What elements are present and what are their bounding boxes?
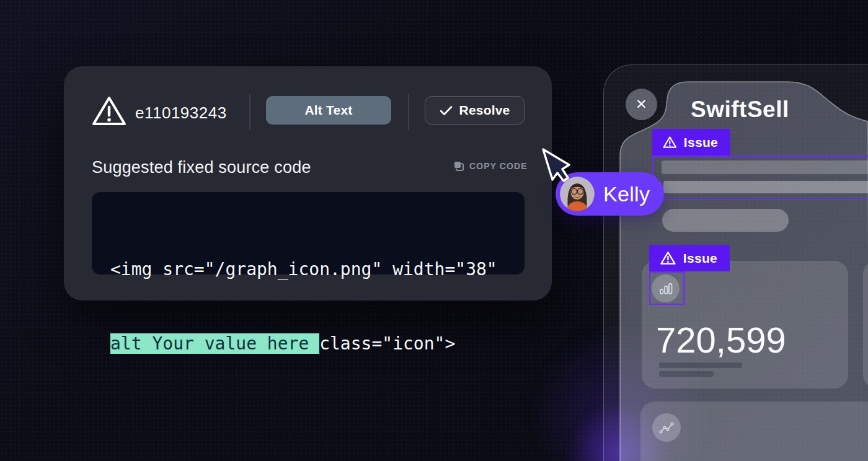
issue-badge[interactable]: Issue — [652, 129, 730, 156]
code-highlight: alt Your value here — [110, 333, 319, 354]
issue-badge-label: Issue — [684, 135, 718, 150]
skeleton-pill — [662, 209, 789, 232]
alt-text-button-label: Alt Text — [304, 103, 352, 118]
code-line-2: alt Your value here class="icon"> — [110, 331, 525, 356]
line-chart-icon-circle — [652, 413, 681, 442]
app-title: SwiftSell — [691, 97, 789, 123]
code-line-2-rest: class="icon"> — [319, 333, 455, 354]
avatar — [560, 177, 595, 211]
resolve-button[interactable]: Resolve — [425, 96, 525, 125]
stat-value: 720,599 — [656, 319, 786, 361]
check-icon — [440, 105, 453, 116]
issue-badge-label: Issue — [683, 251, 717, 266]
divider — [408, 94, 409, 130]
code-block: <img src="/graph_icon.png" width="38" al… — [92, 192, 525, 274]
screenshot-stage: ✕ SwiftSell Issue Issue 720,599 — [0, 0, 868, 461]
issue-fix-card: e110193243 Alt Text Resolve Suggested fi… — [64, 66, 552, 301]
resolve-button-label: Resolve — [459, 103, 510, 118]
warning-icon — [663, 135, 677, 149]
collaborator-name: Kelly — [603, 182, 650, 206]
alt-text-button[interactable]: Alt Text — [266, 96, 391, 125]
collaborator-pill: Kelly — [556, 172, 664, 216]
close-button[interactable]: ✕ — [626, 89, 657, 120]
warning-icon — [660, 251, 676, 265]
code-line-1: <img src="/graph_icon.png" width="38" — [110, 257, 525, 282]
copy-code-button[interactable]: COPY CODE — [453, 160, 528, 172]
copy-code-label: COPY CODE — [469, 161, 528, 171]
divider — [249, 94, 250, 130]
close-icon: ✕ — [636, 96, 647, 113]
issue-badge[interactable]: Issue — [649, 245, 730, 271]
section-title: Suggested fixed source code — [92, 158, 311, 177]
stat-card-secondary — [863, 261, 868, 389]
skeleton-text-bar — [662, 160, 868, 174]
skeleton-line — [659, 362, 742, 368]
issue-outline-square — [649, 271, 684, 305]
avatar-image — [560, 177, 595, 211]
warning-triangle-icon — [92, 95, 126, 127]
line-chart-icon — [658, 419, 675, 436]
copy-icon — [453, 160, 464, 172]
skeleton-text-bar — [663, 181, 868, 193]
issue-id: e110193243 — [135, 103, 227, 123]
skeleton-line — [659, 371, 714, 377]
